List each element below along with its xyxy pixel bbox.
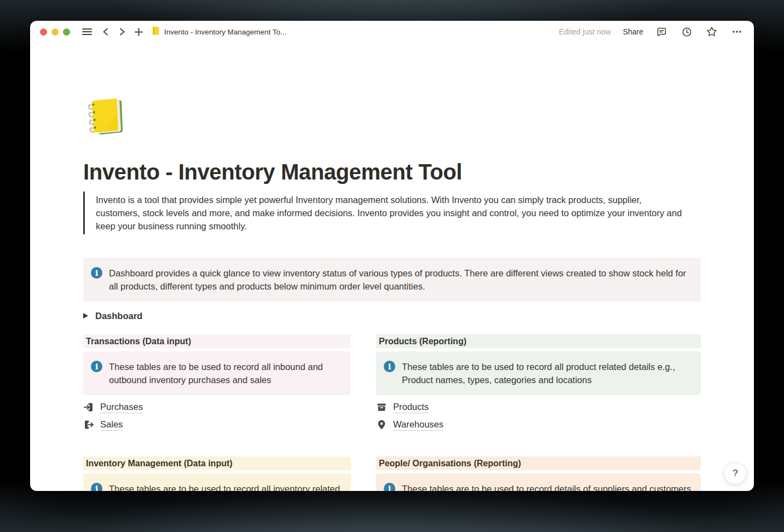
inventory-callout: i These tables are to be used to record … — [83, 473, 351, 491]
window-controls — [40, 28, 70, 36]
people-header: People/ Organisations (Reporting) — [376, 456, 701, 470]
edited-status: Edited just now — [559, 27, 611, 36]
people-callout: i These tables are to be used to record … — [376, 473, 701, 491]
sign-out-icon — [83, 419, 94, 430]
products-link-label[interactable]: Products — [393, 402, 429, 413]
info-icon: i — [91, 483, 102, 491]
new-page-icon[interactable] — [131, 25, 146, 39]
help-button[interactable]: ? — [724, 462, 746, 484]
sales-page-link[interactable]: Sales — [83, 418, 351, 431]
info-icon: i — [384, 483, 395, 491]
sign-in-icon — [83, 402, 94, 413]
forward-icon[interactable] — [115, 25, 129, 39]
zoom-window-button[interactable] — [63, 28, 70, 36]
section-board: Transactions (Data input) i These tables… — [83, 334, 701, 491]
back-icon[interactable] — [99, 25, 113, 39]
minimize-window-button[interactable] — [51, 28, 59, 36]
sales-link-label[interactable]: Sales — [100, 419, 123, 431]
inventory-section: Inventory Management (Data input) i Thes… — [83, 456, 351, 491]
share-button[interactable]: Share — [623, 27, 643, 36]
people-section: People/ Organisations (Reporting) i Thes… — [376, 456, 701, 491]
dashboard-callout: i Dashboard provides a quick glance to v… — [83, 258, 701, 302]
close-window-button[interactable] — [40, 28, 47, 36]
warehouses-link-label[interactable]: Warehouses — [393, 419, 443, 431]
menu-icon[interactable] — [80, 25, 94, 39]
info-icon: i — [384, 361, 395, 372]
page-title: Invento - Inventory Management Tool — [83, 160, 701, 184]
toggle-arrow-icon[interactable] — [83, 313, 88, 319]
app-window: Invento - Inventory Management To... Edi… — [30, 21, 754, 491]
notebook-page-icon — [151, 26, 160, 38]
history-icon[interactable] — [679, 25, 694, 39]
products-header: Products (Reporting) — [376, 334, 701, 348]
location-pin-icon — [376, 419, 387, 430]
inventory-header: Inventory Management (Data input) — [83, 456, 351, 470]
info-icon: i — [91, 267, 102, 279]
products-callout: i These tables are to be used to record … — [376, 351, 701, 395]
purchases-link-label[interactable]: Purchases — [100, 402, 143, 413]
transactions-callout: i These tables are to be used to record … — [83, 351, 351, 395]
favorite-icon[interactable] — [705, 25, 719, 39]
tab-title[interactable]: Invento - Inventory Management To... — [164, 28, 286, 36]
warehouses-page-link[interactable]: Warehouses — [376, 418, 701, 431]
dashboard-toggle-label: Dashboard — [95, 311, 142, 321]
page-scroll-area[interactable]: Invento - Inventory Management Tool Inve… — [30, 43, 754, 491]
titlebar: Invento - Inventory Management To... Edi… — [30, 21, 754, 43]
more-icon[interactable] — [730, 25, 744, 39]
transactions-section: Transactions (Data input) i These tables… — [83, 334, 351, 436]
products-section: Products (Reporting) i These tables are … — [376, 334, 701, 436]
products-page-link[interactable]: Products — [376, 401, 701, 414]
dashboard-callout-text: Dashboard provides a quick glance to vie… — [109, 267, 692, 293]
page-icon-notebook[interactable] — [83, 96, 127, 138]
archive-box-icon — [376, 402, 387, 413]
info-icon: i — [91, 361, 102, 372]
transactions-header: Transactions (Data input) — [83, 334, 351, 348]
dashboard-toggle[interactable]: Dashboard — [83, 308, 226, 323]
purchases-page-link[interactable]: Purchases — [83, 401, 351, 414]
quote-block: Invento is a tool that provides simple y… — [83, 192, 688, 234]
comments-icon[interactable] — [654, 25, 668, 39]
